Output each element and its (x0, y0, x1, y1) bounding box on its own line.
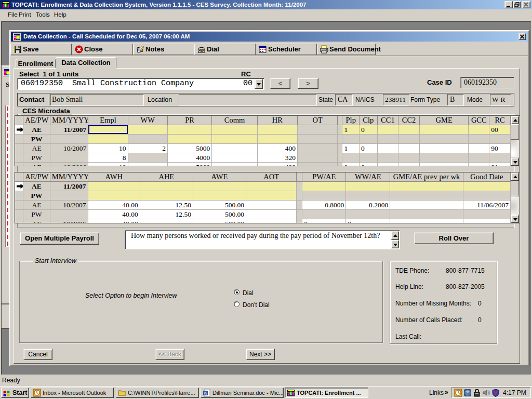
svg-text:W: W (204, 391, 208, 396)
